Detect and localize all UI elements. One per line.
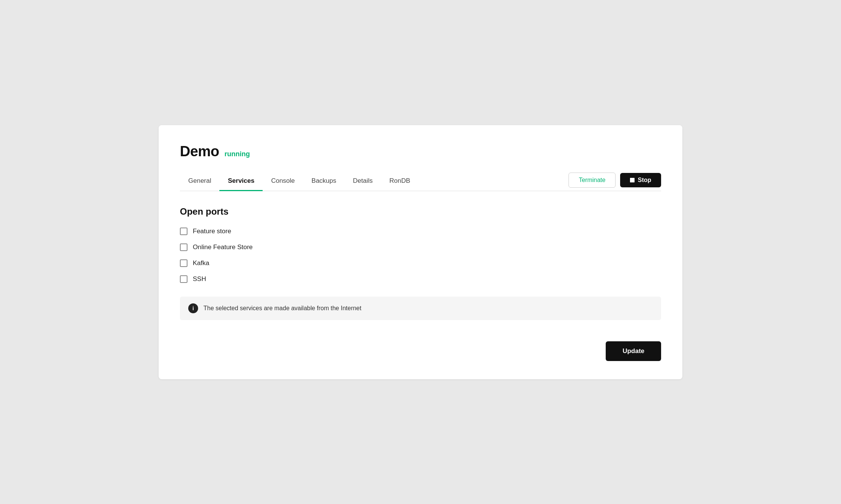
checkbox-label-feature-store: Feature store <box>193 228 231 235</box>
stop-button[interactable]: Stop <box>620 173 661 187</box>
checkbox-ssh[interactable] <box>180 275 187 283</box>
checkbox-label-online-feature-store: Online Feature Store <box>193 243 253 251</box>
checkbox-item-kafka[interactable]: Kafka <box>180 259 661 267</box>
tab-console[interactable]: Console <box>263 172 303 191</box>
checkbox-online-feature-store[interactable] <box>180 243 187 251</box>
open-ports-title: Open ports <box>180 206 661 217</box>
checkbox-list: Feature store Online Feature Store Kafka… <box>180 228 661 283</box>
checkbox-feature-store[interactable] <box>180 228 187 235</box>
tab-services[interactable]: Services <box>219 172 263 191</box>
header-row: Demo running <box>180 143 661 160</box>
tab-general[interactable]: General <box>180 172 219 191</box>
tab-details[interactable]: Details <box>345 172 381 191</box>
nav-row: General Services Console Backups Details… <box>180 172 661 191</box>
checkbox-item-feature-store[interactable]: Feature store <box>180 228 661 235</box>
tab-backups[interactable]: Backups <box>303 172 345 191</box>
nav-tabs: General Services Console Backups Details… <box>180 172 569 191</box>
nav-actions: Terminate Stop <box>569 173 661 190</box>
checkbox-item-online-feature-store[interactable]: Online Feature Store <box>180 243 661 251</box>
app-title: Demo <box>180 143 219 160</box>
checkbox-label-ssh: SSH <box>193 275 206 283</box>
terminate-button[interactable]: Terminate <box>569 173 616 188</box>
main-content: Open ports Feature store Online Feature … <box>180 206 661 320</box>
stop-label: Stop <box>638 177 651 184</box>
status-badge: running <box>225 150 250 158</box>
tab-rondb[interactable]: RonDB <box>381 172 419 191</box>
info-icon: i <box>188 303 198 313</box>
main-card: Demo running General Services Console Ba… <box>159 125 682 379</box>
checkbox-kafka[interactable] <box>180 259 187 267</box>
update-button[interactable]: Update <box>606 341 661 361</box>
info-banner: i The selected services are made availab… <box>180 297 661 320</box>
footer-row: Update <box>180 341 661 361</box>
info-text: The selected services are made available… <box>203 305 361 312</box>
stop-icon <box>630 178 635 182</box>
checkbox-item-ssh[interactable]: SSH <box>180 275 661 283</box>
checkbox-label-kafka: Kafka <box>193 259 209 267</box>
